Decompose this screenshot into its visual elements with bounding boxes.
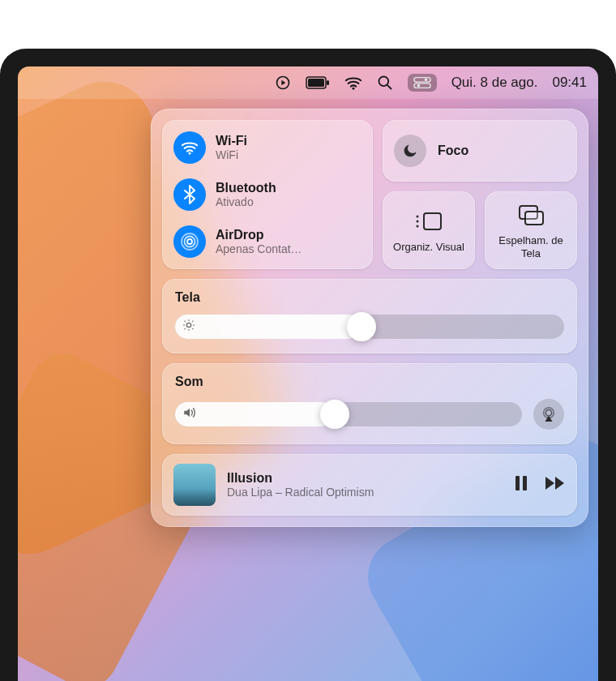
svg-point-6 (379, 77, 388, 87)
moon-icon (394, 135, 426, 167)
screen-mirroring-icon (517, 200, 545, 229)
wifi-toggle[interactable]: Wi-Fi WiFi (173, 131, 361, 164)
svg-rect-16 (424, 213, 441, 229)
svg-point-12 (189, 152, 191, 155)
svg-marker-37 (555, 477, 564, 490)
control-center-panel: Wi-Fi WiFi Bluetooth Ativado (151, 109, 588, 527)
focus-toggle[interactable]: Foco (383, 120, 577, 182)
svg-line-30 (185, 328, 186, 329)
svg-point-32 (545, 410, 551, 416)
album-art (173, 464, 216, 506)
display-module: Tela (162, 279, 577, 353)
svg-rect-3 (308, 79, 324, 87)
svg-marker-36 (545, 477, 554, 490)
svg-rect-10 (414, 84, 430, 88)
menubar-date[interactable]: Qui. 8 de ago. (451, 75, 538, 91)
track-title: Illusion (227, 471, 503, 486)
device-frame: Qui. 8 de ago. 09:41 Wi-Fi WiFi (0, 49, 616, 681)
svg-point-22 (186, 323, 190, 327)
now-playing-module[interactable]: Illusion Dua Lipa – Radical Optimism (162, 454, 577, 516)
desktop-screen: Qui. 8 de ago. 09:41 Wi-Fi WiFi (18, 66, 598, 681)
bluetooth-icon (173, 178, 206, 211)
wifi-label: Wi-Fi (216, 134, 247, 148)
airdrop-toggle[interactable]: AirDrop Apenas Contat… (173, 225, 361, 258)
svg-line-27 (185, 321, 186, 322)
bluetooth-toggle[interactable]: Bluetooth Ativado (173, 178, 361, 211)
svg-line-28 (192, 328, 193, 329)
svg-point-18 (417, 221, 419, 223)
airplay-audio-button[interactable] (533, 399, 564, 430)
sound-volume-slider[interactable] (175, 402, 522, 426)
svg-point-11 (417, 84, 420, 88)
svg-point-13 (187, 239, 192, 244)
airdrop-icon (173, 225, 206, 258)
svg-rect-34 (515, 476, 520, 490)
airdrop-status: Apenas Contat… (216, 242, 302, 255)
screen-mirroring-label: Espelham. de Tela (490, 234, 572, 259)
airdrop-label: AirDrop (216, 228, 302, 242)
svg-rect-21 (525, 212, 543, 225)
menubar: Qui. 8 de ago. 09:41 (18, 66, 598, 99)
display-brightness-slider[interactable] (175, 315, 564, 339)
battery-icon[interactable] (306, 76, 330, 89)
wifi-status: WiFi (216, 148, 247, 161)
stage-manager-label: Organiz. Visual (393, 241, 464, 254)
speaker-icon (182, 406, 197, 422)
screen-mirroring-toggle[interactable]: Espelham. de Tela (485, 191, 577, 269)
svg-rect-4 (327, 80, 329, 85)
spotlight-icon[interactable] (377, 75, 393, 91)
control-center-menubar-icon[interactable] (408, 74, 437, 92)
focus-label: Foco (438, 143, 468, 158)
bluetooth-status: Ativado (216, 195, 276, 208)
wifi-icon (173, 131, 206, 164)
svg-point-9 (424, 79, 427, 82)
wifi-menubar-icon[interactable] (344, 75, 362, 91)
menubar-time[interactable]: 09:41 (552, 75, 587, 91)
brightness-icon (182, 319, 195, 335)
sound-label: Som (175, 375, 564, 389)
svg-point-14 (185, 237, 195, 247)
svg-line-7 (387, 85, 391, 88)
svg-point-19 (417, 225, 419, 228)
svg-point-17 (417, 216, 419, 218)
svg-rect-35 (523, 476, 527, 490)
next-track-button[interactable] (545, 476, 566, 494)
svg-point-5 (352, 88, 354, 90)
pause-button[interactable] (514, 475, 528, 495)
bluetooth-label: Bluetooth (216, 181, 276, 195)
svg-line-29 (192, 321, 193, 322)
svg-marker-1 (281, 80, 285, 86)
now-playing-menubar-icon[interactable] (275, 75, 291, 91)
sound-module: Som (162, 363, 577, 444)
connectivity-module: Wi-Fi WiFi Bluetooth Ativado (162, 120, 373, 269)
stage-manager-toggle[interactable]: Organiz. Visual (383, 191, 475, 269)
stage-manager-icon (414, 207, 443, 236)
display-label: Tela (175, 290, 564, 305)
track-artist: Dua Lipa – Radical Optimism (227, 486, 503, 499)
svg-rect-8 (414, 78, 430, 83)
